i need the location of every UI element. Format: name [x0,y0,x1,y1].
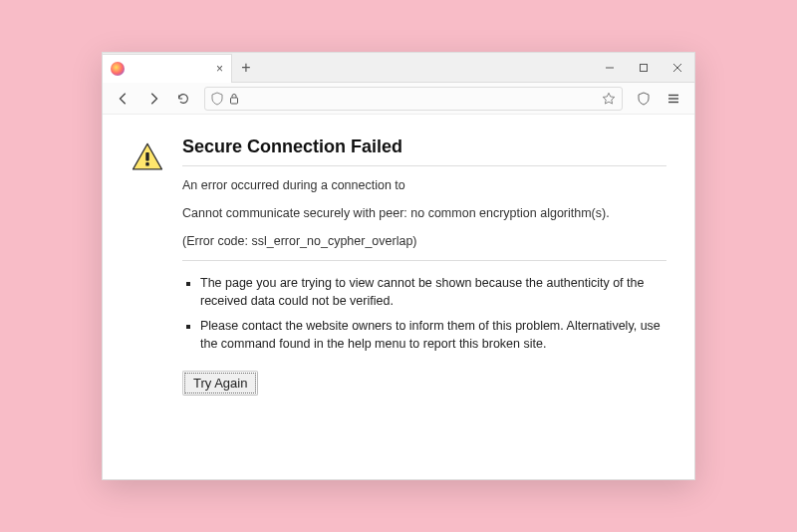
lock-icon [229,93,239,105]
tab-close-icon[interactable]: × [216,62,223,76]
new-tab-button[interactable]: + [232,53,260,82]
browser-window: × + [102,52,695,480]
url-bar[interactable] [204,87,623,111]
minimize-button[interactable] [593,63,627,73]
warning-icon [131,140,164,174]
error-body: Secure Connection Failed An error occurr… [182,136,666,396]
firefox-icon [111,62,125,76]
forward-button[interactable] [140,87,166,111]
error-bullet: Please contact the website owners to inf… [200,318,666,353]
try-again-button[interactable]: Try Again [182,371,258,396]
svg-rect-4 [231,98,238,104]
error-title: Secure Connection Failed [182,136,666,166]
titlebar-drag[interactable] [260,53,593,82]
maximize-button[interactable] [627,63,661,73]
page-content: Secure Connection Failed An error occurr… [103,115,694,479]
error-code: (Error code: ssl_error_no_cypher_overlap… [182,234,666,248]
error-block: Secure Connection Failed An error occurr… [131,136,666,396]
browser-tab[interactable]: × [103,54,232,83]
error-line-2: Cannot communicate securely with peer: n… [182,206,666,220]
back-button[interactable] [111,87,136,111]
url-input[interactable] [245,92,596,106]
svg-rect-1 [641,64,648,71]
error-bullet: The page you are trying to view cannot b… [200,275,666,310]
menu-button[interactable] [661,87,686,111]
toolbar [103,83,694,115]
error-line-1: An error occurred during a connection to [182,178,666,192]
shield-icon [211,92,223,106]
svg-rect-8 [145,152,148,161]
divider [182,260,666,261]
error-bullets: The page you are trying to view cannot b… [182,275,666,353]
reload-button[interactable] [170,87,196,111]
titlebar: × + [103,53,694,83]
close-button[interactable] [661,63,694,73]
window-controls [593,53,694,82]
svg-rect-9 [145,162,148,165]
protection-icon[interactable] [631,87,657,111]
bookmark-icon[interactable] [602,92,616,106]
